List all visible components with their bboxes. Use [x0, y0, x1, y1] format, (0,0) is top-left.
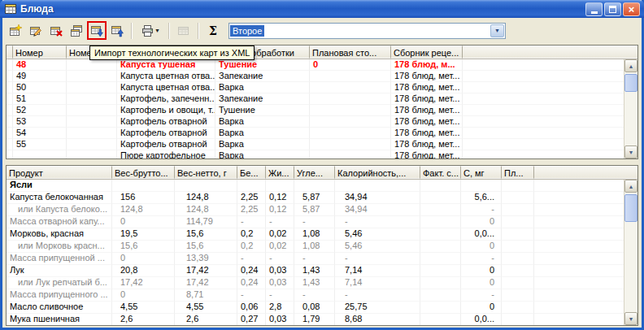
table-cell-filler: [534, 277, 637, 289]
scroll-down-button[interactable]: ▼: [624, 312, 637, 325]
table-row[interactable]: 54Картофель отварнойВарка178 блюд, мет..…: [7, 128, 637, 139]
table-cell: [67, 71, 117, 82]
table-cell: 15,6: [112, 241, 175, 253]
table-cell: [7, 71, 13, 82]
column-header[interactable]: Вес-нетто, г: [175, 166, 237, 179]
table-cell: -: [266, 289, 294, 302]
table-cell: 178 блюд, мет...: [391, 71, 463, 82]
table-cell: [13, 150, 67, 158]
title-bar[interactable]: Блюда ×: [0, 0, 644, 18]
scroll-up-button[interactable]: ▲: [624, 59, 637, 72]
column-header[interactable]: С, мг: [461, 166, 502, 179]
column-header[interactable]: [7, 46, 13, 59]
column-header[interactable]: Пл...: [502, 166, 534, 179]
scrollbar-track[interactable]: [624, 72, 637, 145]
new-card-icon: [9, 24, 22, 37]
scrollbar-thumb[interactable]: [624, 194, 637, 222]
column-header[interactable]: Бе...: [237, 166, 266, 179]
column-header-filler: [463, 46, 637, 59]
delete-card-button[interactable]: [46, 21, 66, 40]
table-cell-filler: [534, 302, 637, 314]
print-button[interactable]: ▼: [137, 21, 164, 40]
table-cell: 0,0...: [461, 314, 502, 325]
panel-splitter[interactable]: [2, 159, 642, 165]
table-cell: 0: [461, 277, 502, 289]
column-header[interactable]: Вес-брутто...: [112, 166, 175, 179]
table-row[interactable]: или Капуста белоко...124,8124,82,250,125…: [7, 204, 637, 216]
table-cell: 25,75: [335, 302, 420, 314]
table-cell: [7, 139, 13, 150]
table-cell: [502, 265, 534, 277]
scroll-down-button[interactable]: ▼: [624, 145, 637, 158]
table-cell: 2,25: [237, 192, 266, 204]
table-row[interactable]: Масса припущенного ...08,71-----: [7, 289, 637, 302]
table-cell: 2,25: [237, 204, 266, 216]
table-row[interactable]: или Лук репчатый б...17,4217,420,240,031…: [7, 277, 637, 289]
scroll-up-button[interactable]: ▲: [624, 180, 637, 193]
column-header[interactable]: Жи...: [266, 166, 294, 179]
products-vertical-scrollbar[interactable]: ▲ ▼: [624, 180, 637, 325]
maximize-button[interactable]: [604, 2, 621, 16]
import-xml-button[interactable]: [87, 21, 107, 40]
table-cell: [502, 241, 534, 253]
table-cell: 0: [461, 302, 502, 314]
table-cell: 0: [112, 253, 175, 265]
table-row[interactable]: 49Капуста цветная отва...Запекание178 бл…: [7, 71, 637, 82]
table-row[interactable]: 55Картофель отварнойВарка178 блюд, мет..…: [7, 139, 637, 150]
table-cell: 178 блюд, мет...: [391, 93, 463, 105]
table-cell: 0,12: [266, 192, 294, 204]
table-cell: -: [237, 253, 266, 265]
table-row[interactable]: 51Картофель, запеченн...Запекание178 блю…: [7, 93, 637, 105]
view-card-button[interactable]: [174, 21, 194, 40]
table-cell: 178 блюд, мет...: [391, 128, 463, 139]
table-row[interactable]: Масло сливочное4,554,550,062,80,0825,750: [7, 302, 637, 314]
table-row[interactable]: 48Капуста тушенаяТушение0178 блюд, м...: [7, 59, 637, 71]
table-row[interactable]: 52Картофель и овощи, т...Тушение178 блюд…: [7, 105, 637, 116]
column-header[interactable]: Угле...: [294, 166, 335, 179]
scrollbar-track[interactable]: [624, 193, 637, 312]
table-row[interactable]: Пюре картофельноеВарка178 блюд, мет...: [7, 150, 637, 158]
column-header[interactable]: Плановая сто...: [310, 46, 391, 59]
table-cell: [420, 265, 461, 277]
table-row[interactable]: Лук20,817,420,240,031,437,140: [7, 265, 637, 277]
table-cell: [502, 277, 534, 289]
table-cell: -: [335, 289, 420, 302]
table-row[interactable]: Масса припущенной ...013,39-----: [7, 253, 637, 265]
table-cell: 124,8: [175, 192, 237, 204]
scrollbar-thumb[interactable]: [624, 74, 637, 92]
table-cell-filler: [463, 93, 637, 105]
table-row[interactable]: 53Картофель отварнойВарка178 блюд, мет..…: [7, 116, 637, 128]
table-row[interactable]: Ясли: [7, 180, 637, 192]
minimize-button[interactable]: [585, 2, 603, 16]
table-cell: 52: [13, 105, 67, 116]
column-header[interactable]: Сборник реце...: [391, 46, 463, 59]
dishes-vertical-scrollbar[interactable]: ▲ ▼: [624, 59, 637, 158]
table-cell: 0,06: [237, 302, 266, 314]
edit-card-button[interactable]: [26, 21, 46, 40]
table-row[interactable]: Масса отварной капу...0114,79----0: [7, 216, 637, 228]
dish-category-combobox[interactable]: Второе ▼: [228, 23, 506, 39]
table-row[interactable]: Мука пшеничная2,62,60,270,031,798,680,0.…: [7, 314, 637, 325]
table-cell-filler: [534, 192, 637, 204]
combobox-dropdown-arrow-icon[interactable]: ▼: [490, 24, 504, 37]
table-cell: [7, 105, 13, 116]
new-card-button[interactable]: [6, 21, 25, 40]
table-row[interactable]: 50Капуста цветная отва...Варка178 блюд, …: [7, 82, 637, 93]
column-header[interactable]: Продукт: [7, 166, 112, 179]
table-row[interactable]: Капуста белокочанная156124,82,250,125,87…: [7, 192, 637, 204]
column-header[interactable]: Факт. с...: [420, 166, 461, 179]
close-button[interactable]: ×: [623, 2, 640, 16]
column-header[interactable]: Номер: [13, 46, 67, 59]
table-cell: 5,87: [294, 204, 335, 216]
column-header-filler: [534, 166, 637, 179]
table-cell: 51: [13, 93, 67, 105]
column-header[interactable]: Калорийность,...: [335, 166, 420, 179]
maximize-icon: [609, 6, 616, 13]
export-xml-button[interactable]: [107, 21, 127, 40]
sum-button[interactable]: Σ: [203, 21, 223, 40]
copy-card-button[interactable]: [67, 21, 86, 40]
table-row[interactable]: Морковь, красная19,515,60,20,021,085,460…: [7, 228, 637, 241]
toolbar-separator: [168, 23, 170, 39]
table-row[interactable]: или Морковь красн...15,615,60,20,021,085…: [7, 241, 637, 253]
table-cell: 0,08: [294, 302, 335, 314]
